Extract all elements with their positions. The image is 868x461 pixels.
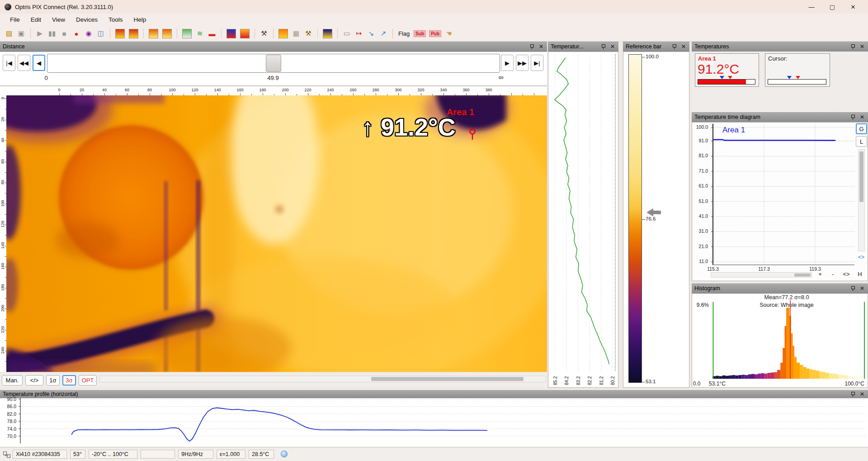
menu-item-devices[interactable]: Devices bbox=[71, 14, 103, 25]
reference-color-bar[interactable] bbox=[628, 54, 642, 383]
timediagram-hold-button[interactable]: H bbox=[855, 271, 864, 278]
open-project-icon[interactable]: ▨ bbox=[4, 28, 14, 39]
tools-icon[interactable]: ⚒ bbox=[259, 28, 269, 39]
refbar-arrow-icon[interactable] bbox=[646, 208, 653, 216]
cursor-temp-box[interactable]: Cursor: bbox=[765, 53, 830, 87]
lamp-icon[interactable] bbox=[281, 451, 288, 457]
menu-item-file[interactable]: File bbox=[5, 14, 25, 25]
pin-icon[interactable] bbox=[529, 44, 534, 50]
pause-icon[interactable]: ▮▮ bbox=[47, 28, 57, 39]
menu-item-tools[interactable]: Tools bbox=[103, 14, 128, 25]
pin-icon[interactable] bbox=[850, 391, 855, 397]
snapshot-icon[interactable]: ◉ bbox=[83, 28, 94, 39]
stop-icon[interactable]: ■ bbox=[59, 28, 70, 39]
image-window-icon[interactable] bbox=[115, 29, 125, 38]
seek-first-button[interactable]: |◀ bbox=[3, 55, 15, 71]
status-field-2: 53° bbox=[70, 450, 85, 459]
toolbar-separator bbox=[110, 28, 110, 38]
image-export-icon[interactable] bbox=[129, 29, 138, 38]
timediagram-vscale-button[interactable]: <> bbox=[854, 254, 868, 260]
pub-icon[interactable]: Pub bbox=[429, 30, 441, 37]
image-hscrollbar[interactable] bbox=[99, 376, 546, 382]
window-title: Optris PIX Connect (Rel. 3.20.3111.0) bbox=[15, 4, 113, 10]
close-button[interactable]: ✕ bbox=[843, 0, 863, 14]
profile-h-icon[interactable]: ↦ bbox=[354, 28, 364, 39]
close-icon[interactable]: ✕ bbox=[859, 285, 865, 292]
ruler-icon[interactable]: ▭ bbox=[341, 28, 352, 39]
status-field-6: ε=1.000 bbox=[217, 450, 245, 459]
step-forward-fast-button[interactable]: ▶▶ bbox=[516, 55, 528, 71]
image-mode-3-button[interactable]: 1σ bbox=[46, 375, 60, 386]
play-icon[interactable]: ▶ bbox=[34, 28, 45, 39]
image-mode-4-button[interactable]: 3σ bbox=[62, 375, 76, 386]
image-mode-5-button[interactable]: OPT bbox=[79, 375, 97, 386]
close-icon[interactable]: ✕ bbox=[538, 43, 544, 50]
diagram-icon[interactable]: ≋ bbox=[194, 28, 205, 39]
step-forward-button[interactable]: ▶ bbox=[501, 55, 514, 71]
histogram-icon[interactable] bbox=[226, 29, 236, 38]
timediagram-vscrollbar-thumb[interactable] bbox=[859, 151, 863, 202]
toolbar-separator bbox=[221, 28, 222, 38]
pin-icon[interactable] bbox=[850, 44, 855, 50]
timediagram-global-button[interactable]: G bbox=[856, 123, 867, 134]
palette-window-icon[interactable] bbox=[149, 29, 158, 38]
pin-icon[interactable] bbox=[850, 114, 855, 120]
distance-slider-thumb[interactable] bbox=[266, 55, 281, 72]
ruler-label: 180 bbox=[0, 281, 5, 294]
menu-item-edit[interactable]: Edit bbox=[25, 14, 47, 25]
close-icon[interactable]: ✕ bbox=[859, 43, 865, 50]
ruler-label: 0 bbox=[52, 88, 66, 92]
seek-last-button[interactable]: ▶| bbox=[531, 55, 543, 71]
histogram-plot bbox=[712, 300, 865, 380]
histogram-y0-label: 0.0 bbox=[690, 381, 703, 387]
image-mode-1-button[interactable]: Man. bbox=[2, 375, 23, 386]
step-back-fast-button[interactable]: ◀◀ bbox=[18, 55, 30, 71]
palette-export-icon[interactable] bbox=[162, 29, 172, 38]
ruler-label: 80 bbox=[0, 175, 5, 189]
timediagram-hscale-button[interactable]: <> bbox=[840, 271, 853, 278]
timediagram-hscrollbar[interactable] bbox=[711, 272, 812, 278]
menu-item-view[interactable]: View bbox=[47, 14, 71, 25]
snip-icon[interactable]: ↗ bbox=[378, 28, 389, 39]
config-icon[interactable]: ⚒ bbox=[303, 28, 314, 39]
layout-icon[interactable] bbox=[182, 29, 192, 38]
histogram-svg bbox=[712, 300, 865, 380]
close-icon[interactable]: ✕ bbox=[859, 114, 865, 120]
copy-icon[interactable]: ◫ bbox=[95, 28, 106, 39]
cursor-high-marker-icon bbox=[796, 76, 800, 79]
close-icon[interactable]: ✕ bbox=[859, 391, 865, 397]
temperatures-panel-header: Temperatures ✕ bbox=[692, 42, 868, 52]
step-back-button[interactable]: ◀ bbox=[33, 55, 45, 71]
pin-icon[interactable] bbox=[850, 286, 855, 292]
dual-palette-icon[interactable] bbox=[323, 29, 332, 38]
sub-icon[interactable]: Sub bbox=[414, 30, 426, 37]
menu-item-help[interactable]: Help bbox=[128, 14, 152, 25]
profile-export-icon[interactable]: ↘ bbox=[366, 28, 377, 39]
timediagram-zoom-in-button[interactable]: + bbox=[816, 271, 825, 278]
maximize-button[interactable]: ▢ bbox=[822, 0, 843, 14]
pin-icon[interactable] bbox=[672, 44, 677, 50]
histogram-export-icon[interactable] bbox=[240, 29, 250, 38]
flame-icon[interactable] bbox=[278, 29, 288, 38]
close-icon[interactable]: ✕ bbox=[680, 43, 687, 50]
timediagram-hscrollbar-thumb[interactable] bbox=[794, 273, 811, 277]
spot-temp-readout: ↑ 91.2°C bbox=[362, 113, 456, 141]
close-icon[interactable]: ✕ bbox=[609, 43, 616, 50]
vprofile-xtick: 82.2 bbox=[587, 373, 592, 385]
reference-dashes-icon[interactable]: ▬ bbox=[207, 28, 217, 39]
temp-display-icon[interactable]: ▦ bbox=[291, 28, 302, 39]
thermal-image[interactable] bbox=[6, 95, 547, 372]
area1-temp-box[interactable]: Area 1 91.2°C bbox=[695, 53, 759, 87]
image-hscrollbar-thumb[interactable] bbox=[371, 377, 524, 381]
timediagram-zoom-out-button[interactable]: - bbox=[828, 271, 837, 278]
timediagram-vscrollbar[interactable] bbox=[858, 149, 865, 251]
ruler-label: 140 bbox=[211, 88, 224, 92]
pin-icon[interactable] bbox=[601, 44, 606, 50]
save-icon[interactable]: ▣ bbox=[16, 28, 27, 39]
image-mode-2-button[interactable]: </> bbox=[25, 375, 43, 386]
timediagram-local-button[interactable]: L bbox=[856, 136, 867, 147]
hand-icon[interactable]: ☚ bbox=[443, 28, 454, 39]
ruler-label: 180 bbox=[256, 88, 269, 92]
record-icon[interactable]: ● bbox=[71, 28, 82, 39]
minimize-button[interactable]: — bbox=[801, 0, 822, 14]
